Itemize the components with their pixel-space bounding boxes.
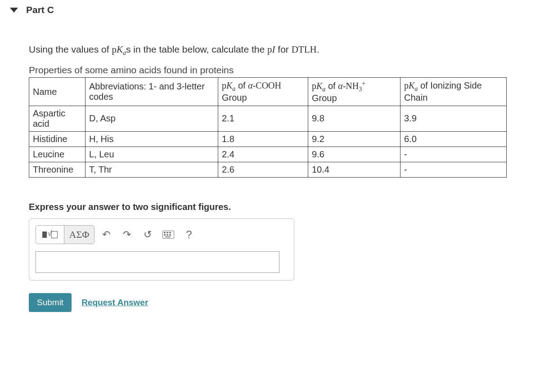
part-title: Part C	[26, 4, 54, 15]
prompt-text: .	[317, 44, 320, 54]
table-row: Threonine T, Thr 2.6 10.4 -	[29, 162, 507, 177]
reset-icon: ↺	[144, 229, 152, 241]
cell-abbrev: H, His	[86, 131, 218, 147]
help-button[interactable]: ?	[180, 225, 198, 244]
equation-toolbar: √ ΑΣΦ ↶ ↷ ↺ ?	[36, 225, 288, 244]
cell-abbrev: D, Asp	[86, 106, 218, 131]
cursor-icon	[42, 232, 47, 238]
col-abbrev: Abbreviations: 1- and 3-letter codes	[86, 78, 218, 106]
cell-cooh: 2.1	[218, 106, 308, 131]
cell-side: 6.0	[400, 131, 507, 147]
table-row: Aspartic acid D, Asp 2.1 9.8 3.9	[29, 106, 507, 131]
equation-editor-button[interactable]: √	[36, 225, 64, 244]
answer-panel: √ ΑΣΦ ↶ ↷ ↺ ?	[29, 218, 294, 281]
col-nh3: pKa of α-NH3+Group	[308, 78, 400, 106]
keyboard-icon	[162, 231, 174, 239]
cell-side: -	[400, 147, 507, 162]
collapse-icon	[10, 8, 18, 13]
prompt-text: for	[275, 44, 292, 54]
sequence: DTLH	[292, 44, 317, 55]
col-name: Name	[29, 78, 86, 106]
cell-nh3: 9.6	[308, 147, 400, 162]
table-row: Histidine H, His 1.8 9.2 6.0	[29, 131, 507, 147]
question-prompt: Using the values of pKas in the table be…	[29, 44, 536, 57]
keyboard-button[interactable]	[159, 225, 177, 244]
redo-icon: ↷	[123, 229, 131, 241]
answer-instruction: Express your answer to two significant f…	[29, 202, 536, 212]
cell-nh3: 10.4	[308, 162, 400, 177]
cell-cooh: 2.4	[218, 147, 308, 162]
cell-side: -	[400, 162, 507, 177]
greek-letters-button[interactable]: ΑΣΦ	[64, 225, 94, 244]
answer-input[interactable]	[36, 251, 279, 273]
pi-symbol: pI	[267, 44, 275, 55]
cell-name: Threonine	[29, 162, 86, 177]
prompt-text: in the table below, calculate the	[130, 44, 267, 54]
cell-abbrev: T, Thr	[86, 162, 218, 177]
cell-nh3: 9.8	[308, 106, 400, 131]
cell-side: 3.9	[400, 106, 507, 131]
table-row: Leucine L, Leu 2.4 9.6 -	[29, 147, 507, 162]
cell-name: Histidine	[29, 131, 86, 147]
root-icon	[51, 231, 58, 238]
undo-icon: ↶	[102, 229, 110, 241]
prompt-text: Using the values of	[29, 44, 112, 54]
cell-nh3: 9.2	[308, 131, 400, 147]
col-side: pKa of Ionizing Side Chain	[400, 78, 507, 106]
table-caption: Properties of some amino acids found in …	[29, 65, 536, 76]
cell-name: Aspartic acid	[29, 106, 86, 131]
redo-button[interactable]: ↷	[118, 225, 136, 244]
cell-name: Leucine	[29, 147, 86, 162]
undo-button[interactable]: ↶	[97, 225, 115, 244]
col-cooh: pKa of α-COOHGroup	[218, 78, 308, 106]
pka-table: Name Abbreviations: 1- and 3-letter code…	[29, 77, 507, 178]
part-header[interactable]: Part C	[10, 4, 536, 22]
cell-cooh: 1.8	[218, 131, 308, 147]
help-icon: ?	[186, 228, 192, 241]
action-row: Submit Request Answer	[29, 293, 536, 312]
cell-abbrev: L, Leu	[86, 147, 218, 162]
cell-cooh: 2.6	[218, 162, 308, 177]
submit-button[interactable]: Submit	[29, 293, 72, 312]
prompt-text: s	[126, 44, 131, 54]
reset-button[interactable]: ↺	[139, 225, 157, 244]
request-answer-link[interactable]: Request Answer	[81, 298, 148, 307]
pka-symbol: pKa	[112, 44, 126, 55]
